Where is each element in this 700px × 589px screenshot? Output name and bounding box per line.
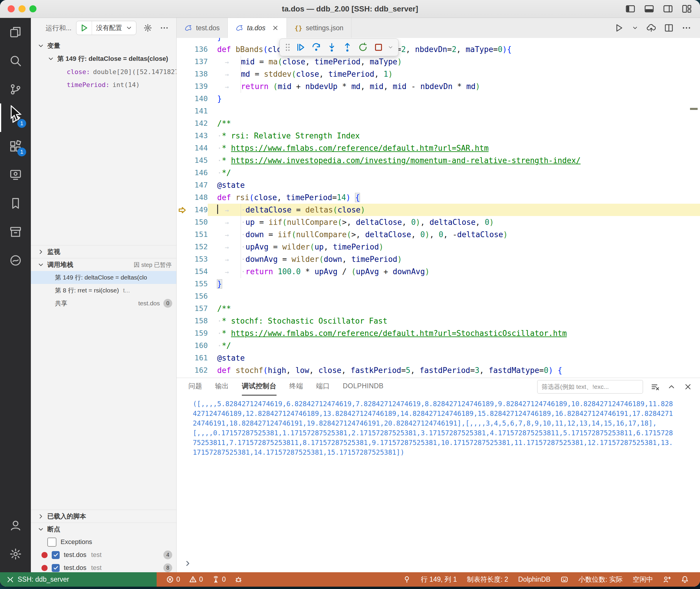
breakpoint-margin[interactable]: [177, 80, 189, 92]
variable-row[interactable]: close:double[20]([52.14718279…: [31, 65, 176, 78]
layout-customize-icon[interactable]: [682, 4, 692, 14]
restart-icon[interactable]: [357, 41, 370, 54]
status-item[interactable]: DolphinDB: [518, 576, 550, 583]
run-icon[interactable]: [614, 23, 624, 33]
status-item-radio-tower[interactable]: 0: [212, 576, 226, 583]
tab-settings.json[interactable]: {}settings.json: [287, 18, 351, 38]
breakpoint-checkbox[interactable]: [52, 564, 60, 572]
panel-tab-输出[interactable]: 输出: [215, 378, 229, 396]
exceptions-checkbox[interactable]: [47, 538, 56, 547]
breakpoint-row[interactable]: test.dostest4: [31, 549, 176, 561]
code-link[interactable]: https://www.fmlabs.com/reference/default…: [231, 329, 567, 338]
code-line[interactable]: 142/**: [177, 117, 700, 130]
code-line[interactable]: 145·* https://www.investopedia.com/inves…: [177, 154, 700, 167]
loaded-scripts-section-header[interactable]: 已载入的脚本: [31, 510, 176, 523]
chevron-down-icon[interactable]: [388, 44, 394, 50]
callstack-frame[interactable]: 共享test.dos0: [31, 297, 176, 310]
breakpoint-margin[interactable]: [177, 105, 189, 117]
breakpoint-margin[interactable]: [177, 265, 189, 278]
maximize-panel-icon[interactable]: [667, 382, 676, 391]
activity-item-source-control[interactable]: [0, 75, 31, 104]
activity-item-extensions[interactable]: 1: [0, 132, 31, 161]
activity-item-bookmark[interactable]: [0, 189, 31, 217]
status-item-dolphin-face[interactable]: [560, 576, 568, 583]
activity-item-search[interactable]: [0, 46, 31, 75]
code-line[interactable]: 146·*/: [177, 167, 700, 179]
panel-tab-问题[interactable]: 问题: [188, 378, 202, 396]
code-line[interactable]: 155}: [177, 278, 700, 290]
code-line[interactable]: 139→return (mid + nbdevUp * md, mid, mid…: [177, 80, 700, 92]
breakpoint-margin[interactable]: [177, 352, 189, 364]
remote-indicator[interactable]: SSH: ddb_server: [0, 572, 157, 587]
status-item-bell[interactable]: [681, 576, 689, 583]
breakpoint-margin[interactable]: [177, 228, 189, 241]
breakpoints-section-header[interactable]: 断点: [31, 523, 176, 536]
breakpoint-margin[interactable]: [177, 253, 189, 265]
activity-item-gear[interactable]: [0, 540, 31, 568]
code-line[interactable]: 149→·deltaClose = deltas(close): [177, 204, 700, 216]
code-line[interactable]: 152→·upAvg = wilder(up, timePeriod): [177, 241, 700, 253]
close-panel-icon[interactable]: [684, 382, 692, 391]
activity-item-remote-explorer[interactable]: [0, 161, 31, 189]
clear-console-icon[interactable]: [651, 382, 660, 391]
tab-ta.dos[interactable]: ta.dos: [228, 18, 287, 38]
layout-sidebar-right-icon[interactable]: [663, 4, 673, 14]
breakpoint-margin[interactable]: [177, 179, 189, 191]
code-line[interactable]: 151→·down = iif(nullCompare(>, deltaClos…: [177, 228, 700, 241]
code-line[interactable]: 154→·return 100.0 * upAvg / (upAvg + dow…: [177, 265, 700, 278]
code-line[interactable]: 147@state: [177, 179, 700, 191]
code-line[interactable]: 143·* rsi: Relative Strength Index: [177, 130, 700, 142]
launch-config-label[interactable]: 没有配置: [92, 23, 126, 32]
activity-item-account[interactable]: [0, 511, 31, 540]
breakpoint-margin[interactable]: [177, 142, 189, 154]
code-line[interactable]: 159·* https://www.fmlabs.com/reference/d…: [177, 327, 700, 340]
breakpoint-margin[interactable]: [177, 130, 189, 142]
code-link[interactable]: https://www.investopedia.com/investing/m…: [231, 156, 581, 165]
layout-panel-icon[interactable]: [644, 4, 654, 14]
breakpoint-margin[interactable]: [177, 290, 189, 303]
callstack-frame[interactable]: 第 149 行: deltaClose = deltas(clo: [31, 271, 176, 284]
code-line[interactable]: 148def rsi(close, timePeriod=14) {: [177, 191, 700, 204]
panel-tab-DOLPHINDB[interactable]: DOLPHINDB: [343, 378, 384, 396]
status-item[interactable]: 小数位数: 实际: [578, 575, 623, 584]
editor-scrollbar[interactable]: [694, 38, 700, 378]
step-over-icon[interactable]: [310, 41, 323, 54]
code-line[interactable]: 136def bBands(close, timePeriod=5, nbdev…: [177, 43, 700, 55]
breakpoint-margin[interactable]: [177, 204, 189, 216]
code-line[interactable]: 153→·downAvg = wilder(down, timePeriod): [177, 253, 700, 265]
code-line[interactable]: 141: [177, 105, 700, 117]
panel-tab-调试控制台[interactable]: 调试控制台: [242, 378, 276, 396]
code-line[interactable]: 144·* https://www.fmlabs.com/reference/d…: [177, 142, 700, 154]
panel-tab-端口[interactable]: 端口: [316, 378, 330, 396]
breakpoint-margin[interactable]: [177, 68, 189, 80]
breakpoint-margin[interactable]: [177, 191, 189, 204]
step-into-icon[interactable]: [325, 41, 338, 54]
status-item-warning[interactable]: 0: [189, 576, 203, 583]
breakpoint-margin[interactable]: [177, 364, 189, 377]
status-item[interactable]: 行 149, 列 1: [421, 575, 457, 584]
status-item[interactable]: 空闲中: [633, 575, 653, 584]
code-line[interactable]: 157/**: [177, 303, 700, 315]
variables-scope-row[interactable]: 第 149 行: deltaClose = deltas(close): [31, 52, 176, 65]
code-line[interactable]: 138→md = stddev(close, timePeriod, 1): [177, 68, 700, 80]
breakpoint-margin[interactable]: [177, 92, 189, 105]
variable-row[interactable]: timePeriod:int(14): [31, 78, 176, 91]
split-editor-icon[interactable]: [664, 23, 674, 33]
breakpoint-margin[interactable]: [177, 303, 189, 315]
chevron-down-icon[interactable]: [126, 24, 136, 31]
callstack-section-header[interactable]: 调用堆栈 因 step 已暂停: [31, 258, 176, 271]
zoom-window-button[interactable]: [29, 5, 36, 12]
panel-tab-终端[interactable]: 终端: [289, 378, 303, 396]
gear-icon[interactable]: [144, 23, 152, 32]
code-line[interactable]: 140}: [177, 92, 700, 105]
breakpoint-margin[interactable]: [177, 278, 189, 290]
breakpoint-margin[interactable]: [177, 315, 189, 327]
status-item[interactable]: 制表符长度: 2: [467, 575, 508, 584]
breakpoint-row[interactable]: test.dostest8: [31, 561, 176, 572]
code-line[interactable]: 162def stochf(high, low, close, fastkPer…: [177, 364, 700, 377]
breakpoint-margin[interactable]: [177, 216, 189, 228]
cloud-upload-icon[interactable]: [647, 23, 656, 33]
debug-console-output[interactable]: ([,,,,5.82842712474619,6.82842712474619,…: [193, 399, 691, 457]
breakpoint-margin[interactable]: [177, 340, 189, 352]
status-item-bug[interactable]: [235, 576, 242, 583]
